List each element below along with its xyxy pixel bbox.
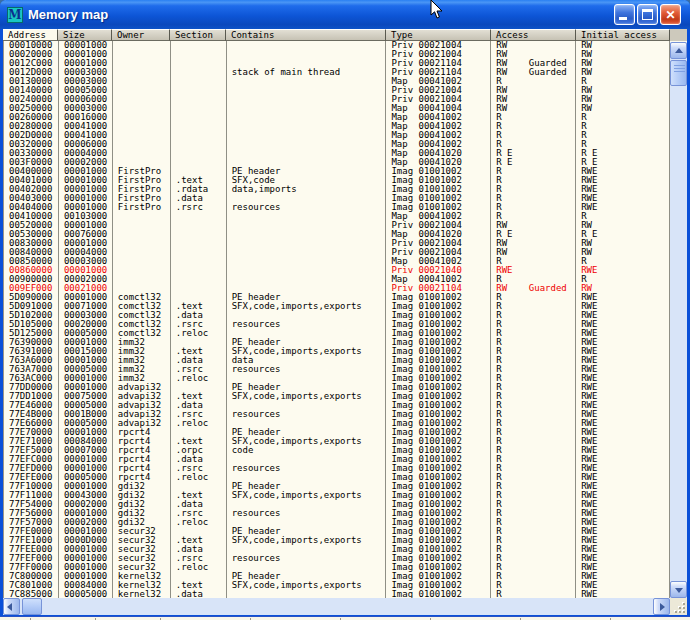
horizontal-scrollbar[interactable] [3,598,670,615]
memory-row[interactable]: 7C88500000005000kernel32.dataImag 010010… [4,590,670,598]
memory-row[interactable]: 0024000000006000Priv 00021004RWRW [4,95,670,104]
horizontal-scroll-thumb[interactable] [22,598,42,615]
memory-row[interactable]: 77E7000000001000rpcrt4PE headerImag 0100… [4,428,670,437]
memory-row[interactable]: 0040100000001000FirstPro.textSFX,codeIma… [4,176,670,185]
memory-row[interactable]: 77F5700000002000gdi32.relocImag 01001002… [4,518,670,527]
memory-row[interactable]: 0002000000001000Priv 00021004RWRW [4,50,670,59]
memory-row[interactable]: 0012C00000001000Priv 00021104RW GuardedR… [4,59,670,68]
memory-row[interactable]: 763A600000001000imm32.datadataImag 01001… [4,356,670,365]
scroll-down-button[interactable] [670,581,687,598]
memory-row[interactable]: 77FF000000001000secur32.relocImag 010010… [4,563,670,572]
memory-row[interactable]: 009EF00000021000Priv 00021104RW GuardedR… [4,284,670,293]
memory-row[interactable]: 77F5600000001000gdi32.rsrcresourcesImag … [4,509,670,518]
cell-type: Map 00041002 [386,257,491,266]
memory-row[interactable]: 0053000000076000Map 00041020R ER E [4,230,670,239]
column-header-initial[interactable]: Initial access [576,29,670,41]
scroll-right-button[interactable] [653,598,670,615]
memory-row[interactable]: 763A700000005000imm32.rsrcresourcesImag … [4,365,670,374]
memory-row[interactable]: 7C80100000084000kernel32.textSFX,code,im… [4,581,670,590]
memory-row[interactable]: 0026000000016000Map 00041002RR [4,113,670,122]
memory-row[interactable]: 0025000000003000Map 00041004RWRW [4,104,670,113]
memory-row[interactable]: 77EFD00000001000rpcrt4.rsrcresourcesImag… [4,464,670,473]
memory-row[interactable]: 0085000000003000Map 00041002RR [4,257,670,266]
memory-row[interactable]: 77FEF00000001000secur32.rsrcresourcesIma… [4,554,670,563]
memory-row[interactable]: 0083000000001000Priv 00021004RWRW [4,239,670,248]
memory-row[interactable]: 0001000000001000Priv 00021004RWRW [4,41,670,50]
memory-row[interactable]: 0013000000003000Map 00041002RR [4,77,670,86]
memory-row[interactable]: 5D12500000005000comctl32.relocImag 01001… [4,329,670,338]
cell-section: .data [171,356,227,365]
memory-row[interactable]: 77FE000000001000secur32PE headerImag 010… [4,527,670,536]
cell-type: Imag 01001002 [386,167,491,176]
memory-row[interactable]: 77F1100000043000gdi32.textSFX,code,impor… [4,491,670,500]
memory-row[interactable]: 5D09100000071000comctl32.textSFX,code,im… [4,302,670,311]
memory-row[interactable]: 0014000000005000Priv 00021004RWRW [4,86,670,95]
column-header-size[interactable]: Size [58,29,112,41]
memory-row[interactable]: 0052000000001000Priv 00021004RWRW [4,221,670,230]
background-window-strip [0,616,690,620]
memory-row[interactable]: 5D10200000003000comctl32.dataImag 010010… [4,311,670,320]
memory-row[interactable]: 0033000000004000Map 00041020R ER E [4,149,670,158]
memory-row[interactable]: 77DD100000075000advapi32.textSFX,code,im… [4,392,670,401]
cell-initial: RW [576,86,670,95]
memory-row[interactable]: 5D10500000020000comctl32.rsrcresourcesIm… [4,320,670,329]
memory-row[interactable]: 77F1000000001000gdi32PE headerImag 01001… [4,482,670,491]
memory-row[interactable]: 77E4600000005000advapi32.dataImag 010010… [4,401,670,410]
column-header-address[interactable]: Address [3,29,58,41]
memory-row[interactable]: 0040300000001000FirstPro.dataImag 010010… [4,194,670,203]
memory-row[interactable]: 7639000000001000imm32PE headerImag 01001… [4,338,670,347]
minimize-button[interactable] [614,4,635,25]
vertical-scroll-thumb[interactable] [670,60,687,86]
column-header-contains[interactable]: Contains [226,29,386,41]
memory-row[interactable]: 002D000000041000Map 00041002RR [4,131,670,140]
scroll-up-button[interactable] [670,42,687,59]
memory-row[interactable]: 77F5400000002000gdi32.dataImag 01001002R… [4,500,670,509]
memory-row[interactable]: 7C80000000001000kernel32PE headerImag 01… [4,572,670,581]
column-header-type[interactable]: Type [386,29,491,41]
memory-row[interactable]: 0028000000041000Map 00041002RR [4,122,670,131]
memory-row[interactable]: 77EF500000007000rpcrt4.orpccodeImag 0100… [4,446,670,455]
cell-type: Imag 01001002 [386,509,491,518]
memory-row[interactable]: 0090000000002000Map 00041002RR [4,275,670,284]
cell-address: 77FF0000 [4,563,59,572]
cell-size: 00001000 [59,293,113,302]
memory-row[interactable]: 763AC00000001000imm32.relocImag 01001002… [4,374,670,383]
memory-row[interactable]: 77FE10000000D000secur32.textSFX,code,imp… [4,536,670,545]
titlebar[interactable]: M Memory map ✕ [0,0,690,29]
memory-row[interactable]: 7639100000015000imm32.textSFX,code,impor… [4,347,670,356]
memory-row[interactable]: 0012D00000003000stack of main threadPriv… [4,68,670,77]
cell-type: Map 00041020 [386,158,491,167]
scroll-left-button[interactable] [3,598,20,615]
memory-row[interactable]: 0084000000004000Priv 00021004RWRW [4,248,670,257]
memory-row[interactable]: 77EFC00000001000rpcrt4.dataImag 01001002… [4,455,670,464]
column-header-access[interactable]: Access [491,29,576,41]
memory-row[interactable]: 77EFE00000005000rpcrt4.relocImag 0100100… [4,473,670,482]
memory-row[interactable]: 77E7100000084000rpcrt4.textSFX,code,impo… [4,437,670,446]
cell-address: 77FEF000 [4,554,59,563]
memory-row[interactable]: 5D09000000001000comctl32PE headerImag 01… [4,293,670,302]
cell-address: 00403000 [4,194,59,203]
memory-row[interactable]: 0040200000001000FirstPro.rdatadata,impor… [4,185,670,194]
memory-row[interactable]: 0086000000001000Priv 00021040RWERWE [4,266,670,275]
memory-row[interactable]: 0040400000001000FirstPro.rsrcresourcesIm… [4,203,670,212]
memory-row[interactable]: 0032000000006000Map 00041002RR [4,140,670,149]
cell-size: 00001000 [59,194,113,203]
column-header-owner[interactable]: Owner [112,29,170,41]
cell-type: Imag 01001002 [386,374,491,383]
resize-grip[interactable] [670,598,687,615]
maximize-button[interactable] [637,4,658,25]
memory-row[interactable]: 77FEE00000001000secur32.dataImag 0100100… [4,545,670,554]
cell-section: .rsrc [171,320,227,329]
vertical-scrollbar[interactable] [670,42,687,598]
cell-section [171,140,227,149]
memory-row[interactable]: 0041000000103000Map 00041002RR [4,212,670,221]
memory-row[interactable]: 77DD000000001000advapi32PE headerImag 01… [4,383,670,392]
memory-row[interactable]: 0040000000001000FirstProPE headerImag 01… [4,167,670,176]
cell-contains [227,266,387,275]
column-header-section[interactable]: Section [170,29,226,41]
memory-row[interactable]: 77E4B0000001B000advapi32.rsrcresourcesIm… [4,410,670,419]
cell-owner: gdi32 [113,509,171,518]
memory-row[interactable]: 003F000000002000Map 00041020R ER E [4,158,670,167]
close-button[interactable]: ✕ [660,4,681,25]
memory-row[interactable]: 77E6600000005000advapi32.relocImag 01001… [4,419,670,428]
